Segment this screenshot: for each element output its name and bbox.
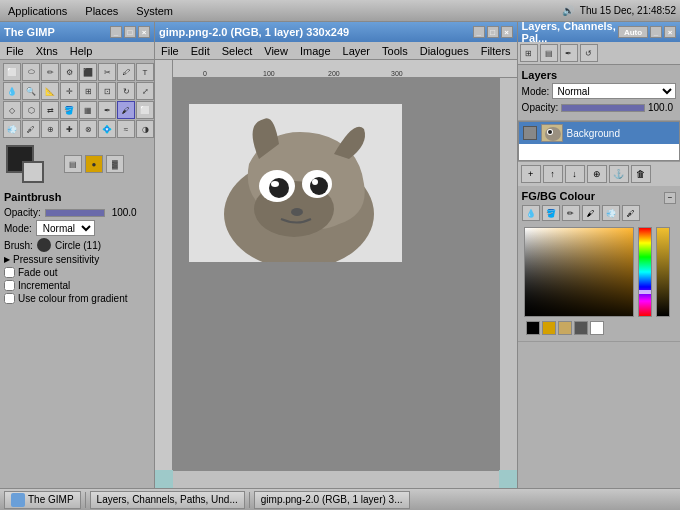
smudge-tool[interactable]: ≈	[117, 120, 135, 138]
color-icon[interactable]: ●	[85, 155, 103, 173]
toolbox-minimize-button[interactable]: _	[110, 26, 122, 38]
canvas-filters-menu[interactable]: Filters	[479, 44, 513, 58]
gradient-icon[interactable]: ▓	[106, 155, 124, 173]
select-by-color-tool[interactable]: ⬛	[79, 63, 97, 81]
black-swatch[interactable]	[526, 321, 540, 335]
fgbg-brush-icon[interactable]: 🖌	[582, 205, 600, 221]
layers-close-button[interactable]: ×	[664, 26, 676, 38]
layer-item-background[interactable]: Background	[519, 122, 679, 144]
raise-layer-button[interactable]: ↑	[543, 165, 563, 183]
blend-tool[interactable]: ▦	[79, 101, 97, 119]
system-menu[interactable]: System	[132, 3, 177, 19]
clone-tool[interactable]: ⊕	[41, 120, 59, 138]
eraser-tool[interactable]: ⬜	[136, 101, 154, 119]
brush-preview[interactable]	[37, 238, 51, 252]
new-layer-button[interactable]: +	[521, 165, 541, 183]
toolbox-file-menu[interactable]: File	[4, 44, 26, 58]
layers-auto-button[interactable]: Auto	[618, 26, 648, 38]
shear-tool[interactable]: ◇	[3, 101, 21, 119]
flip-tool[interactable]: ⇄	[41, 101, 59, 119]
perspective-clone-tool[interactable]: ⊗	[79, 120, 97, 138]
anchor-layer-button[interactable]: ⚓	[609, 165, 629, 183]
color-gradient[interactable]	[524, 227, 634, 317]
layer-opacity-slider[interactable]	[561, 104, 645, 112]
color-swatches[interactable]	[6, 145, 50, 183]
scale-tool[interactable]: ⤢	[136, 82, 154, 100]
paintbrush-tool[interactable]: 🖌	[117, 101, 135, 119]
toolbox-xtns-menu[interactable]: Xtns	[34, 44, 60, 58]
fuzzy-select-tool[interactable]: ⚙	[60, 63, 78, 81]
canvas-layer-menu[interactable]: Layer	[341, 44, 373, 58]
rect-select-tool[interactable]: ⬜	[3, 63, 21, 81]
fgbg-ink-icon[interactable]: 🖋	[622, 205, 640, 221]
canvas-image-menu[interactable]: Image	[298, 44, 333, 58]
gold-swatch[interactable]	[542, 321, 556, 335]
zoom-tool[interactable]: 🔍	[22, 82, 40, 100]
image-viewport[interactable]	[173, 78, 517, 470]
canvas-minimize-button[interactable]: _	[473, 26, 485, 38]
channels-icon-tab[interactable]: ▤	[540, 44, 558, 62]
incremental-checkbox[interactable]	[4, 280, 15, 291]
color-picker-tool[interactable]: 💧	[3, 82, 21, 100]
delete-layer-button[interactable]: 🗑	[631, 165, 651, 183]
fgbg-airbrush-icon[interactable]: 💨	[602, 205, 620, 221]
bucket-fill-tool[interactable]: 🪣	[60, 101, 78, 119]
canvas-view-menu[interactable]: View	[262, 44, 290, 58]
places-menu[interactable]: Places	[81, 3, 122, 19]
layer-mode-dropdown[interactable]: Normal	[552, 83, 676, 99]
ellipse-select-tool[interactable]: ⬭	[22, 63, 40, 81]
layers-minimize-button[interactable]: _	[650, 26, 662, 38]
history-icon-tab[interactable]: ↺	[580, 44, 598, 62]
canvas-taskbar-button[interactable]: gimp.png-2.0 (RGB, 1 layer) 3...	[254, 491, 410, 509]
healing-tool[interactable]: ✚	[60, 120, 78, 138]
layers-icon-tab[interactable]: ⊞	[520, 44, 538, 62]
toolbox-help-menu[interactable]: Help	[68, 44, 95, 58]
tan-swatch[interactable]	[558, 321, 572, 335]
dark-swatch[interactable]	[574, 321, 588, 335]
hue-strip[interactable]	[638, 227, 652, 317]
ink-tool[interactable]: 🖋	[22, 120, 40, 138]
white-swatch[interactable]	[590, 321, 604, 335]
lower-layer-button[interactable]: ↓	[565, 165, 585, 183]
background-color[interactable]	[22, 161, 44, 183]
patterns-icon[interactable]: ▤	[64, 155, 82, 173]
canvas-select-menu[interactable]: Select	[220, 44, 255, 58]
fade-out-checkbox[interactable]	[4, 267, 15, 278]
crop-tool[interactable]: ⊡	[98, 82, 116, 100]
vertical-scrollbar[interactable]	[499, 78, 517, 470]
pressure-sensitivity-row[interactable]: ▶ Pressure sensitivity	[4, 254, 150, 265]
toolbox-maximize-button[interactable]: □	[124, 26, 136, 38]
duplicate-layer-button[interactable]: ⊕	[587, 165, 607, 183]
volume-icon[interactable]: 🔊	[562, 5, 574, 16]
gimp-taskbar-button[interactable]: The GIMP	[4, 491, 81, 509]
applications-menu[interactable]: Applications	[4, 3, 71, 19]
canvas-close-button[interactable]: ×	[501, 26, 513, 38]
airbrush-tool[interactable]: 💨	[3, 120, 21, 138]
layers-taskbar-button[interactable]: Layers, Channels, Paths, Und...	[90, 491, 245, 509]
rotate-tool[interactable]: ↻	[117, 82, 135, 100]
paths-icon-tab[interactable]: ✒	[560, 44, 578, 62]
horizontal-scrollbar[interactable]	[173, 470, 499, 488]
text-tool[interactable]: T	[136, 63, 154, 81]
fgbg-pencil-icon[interactable]: ✏	[562, 205, 580, 221]
canvas-file-menu[interactable]: File	[159, 44, 181, 58]
dodge-burn-tool[interactable]: ◑	[136, 120, 154, 138]
fgbg-bucket-icon[interactable]: 🪣	[542, 205, 560, 221]
canvas-maximize-button[interactable]: □	[487, 26, 499, 38]
pencil-tool[interactable]: ✒	[98, 101, 116, 119]
canvas-tools-menu[interactable]: Tools	[380, 44, 410, 58]
opacity-slider[interactable]	[45, 209, 105, 217]
perspective-tool[interactable]: ⬡	[22, 101, 40, 119]
fgbg-eyedropper-icon[interactable]: 💧	[522, 205, 540, 221]
free-select-tool[interactable]: ✏	[41, 63, 59, 81]
blur-sharpen-tool[interactable]: 💠	[98, 120, 116, 138]
canvas-content[interactable]: 0 100 200 300	[155, 60, 517, 488]
colour-gradient-checkbox[interactable]	[4, 293, 15, 304]
mode-dropdown[interactable]: Normal	[36, 220, 95, 236]
move-tool[interactable]: ✛	[60, 82, 78, 100]
fgbg-collapse-button[interactable]: −	[664, 192, 676, 204]
toolbox-close-button[interactable]: ×	[138, 26, 150, 38]
measure-tool[interactable]: 📐	[41, 82, 59, 100]
alignment-tool[interactable]: ⊞	[79, 82, 97, 100]
layer-visibility-icon[interactable]	[523, 126, 537, 140]
